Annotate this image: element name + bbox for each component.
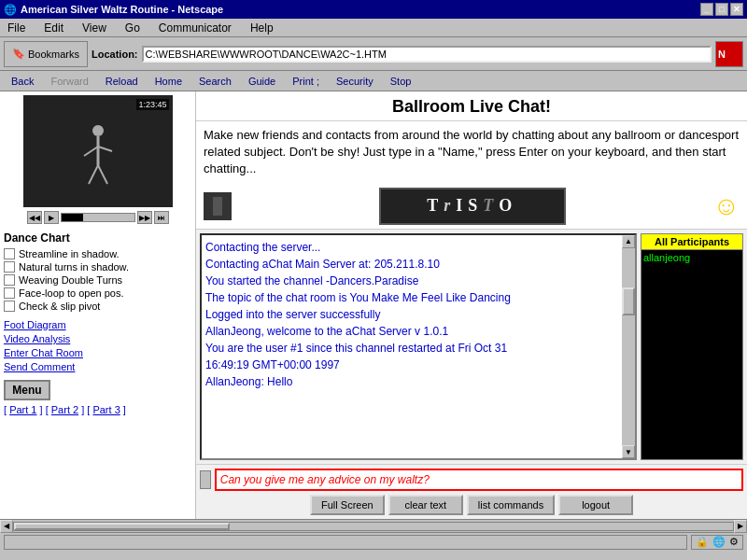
full-screen-button[interactable]: Full Screen [310, 495, 385, 515]
clear-text-button[interactable]: clear text [388, 495, 463, 515]
window-title: American Silver Waltz Routine - Netscape [21, 4, 223, 15]
guide-button[interactable]: Guide [241, 74, 283, 89]
stop-button[interactable]: Stop [383, 74, 419, 89]
scroll-left-arrow[interactable]: ◀ [0, 520, 13, 533]
participants-panel: All Participants allanjeong [641, 233, 743, 460]
svg-point-0 [92, 125, 104, 136]
video-play-button[interactable]: ▶ [44, 211, 59, 224]
chat-buttons: Full Screen clear text list commands log… [200, 495, 743, 515]
close-button[interactable]: ✕ [730, 3, 743, 16]
send-comment-link[interactable]: Send Comment [4, 361, 191, 372]
main-area: 1:23:45 ◀◀ ▶ ▶▶ ⏭ Da [0, 91, 747, 519]
messages-scrollbar[interactable]: ▲ ▼ [622, 235, 635, 458]
menu-view[interactable]: View [78, 20, 110, 36]
security-button[interactable]: Security [329, 74, 381, 89]
foot-diagram-link[interactable]: Foot Diagram [4, 319, 191, 330]
chat-area: Ballroom Live Chat! Make new friends and… [196, 91, 747, 519]
scroll-right-arrow[interactable]: ▶ [734, 520, 747, 533]
netscape-button[interactable]: N [715, 41, 743, 67]
enter-chat-room-link[interactable]: Enter Chat Room [4, 347, 191, 358]
reload-button[interactable]: Reload [98, 74, 146, 89]
video-controls: ◀◀ ▶ ▶▶ ⏭ [4, 211, 191, 224]
messages-panel: Contacting the server... Contacting aCha… [200, 233, 637, 460]
scrollbar-track[interactable] [622, 248, 635, 445]
svg-line-3 [98, 147, 112, 151]
video-timestamp: 1:23:45 [136, 99, 168, 110]
menu-file[interactable]: File [4, 20, 29, 36]
chat-message-1: Contacting the server... [205, 239, 618, 256]
home-button[interactable]: Home [148, 74, 190, 89]
dance-item-2: Natural turns in shadow. [4, 261, 191, 273]
dance-item-5: Check & slip pivot [4, 301, 191, 312]
forward-button[interactable]: Forward [43, 74, 95, 89]
logo-left-accent [204, 192, 232, 220]
tristo-logo-text: TrISTO [427, 196, 517, 216]
search-button[interactable]: Search [191, 74, 239, 89]
menu-communicator[interactable]: Communicator [155, 20, 235, 36]
scroll-up-arrow[interactable]: ▲ [622, 235, 635, 248]
chat-input-area: Full Screen clear text list commands log… [196, 464, 747, 519]
h-scrollbar-thumb[interactable] [14, 523, 230, 530]
menu-bar: File Edit View Go Communicator Help [0, 19, 747, 37]
nav-bar: Back Forward Reload Home Search Guide Pr… [0, 71, 747, 91]
chat-message-9: AllanJeong: Hello [205, 373, 618, 390]
chat-message-7: You are the user #1 since this channel r… [205, 340, 618, 357]
status-segment-main [4, 535, 687, 550]
video-forward-button[interactable]: ▶▶ [137, 211, 152, 224]
svg-line-4 [89, 165, 98, 184]
minimize-button[interactable]: _ [700, 3, 713, 16]
video-analysis-link[interactable]: Video Analysis [4, 333, 191, 344]
dance-item-1: Streamline in shadow. [4, 248, 191, 259]
scroll-down-arrow[interactable]: ▼ [622, 445, 635, 458]
part1-link[interactable]: Part 1 [9, 404, 36, 415]
video-progress[interactable] [61, 213, 135, 222]
svg-line-5 [98, 165, 107, 184]
dance-chart-title: Dance Chart [4, 231, 191, 245]
menu-go[interactable]: Go [121, 20, 144, 36]
video-progress-fill [62, 214, 83, 221]
checkbox-4[interactable] [4, 287, 15, 299]
logo-accent-bar [213, 197, 222, 216]
horizontal-scrollbar[interactable]: ◀ ▶ [0, 519, 747, 532]
chat-message-5: Logged into the server successfully [205, 306, 618, 323]
menu-box[interactable]: Menu [4, 380, 50, 400]
bookmarks-button[interactable]: 🔖 Bookmarks [4, 41, 88, 67]
chat-logo-area: TrISTO ☺ [196, 184, 747, 230]
print-button[interactable]: Print ; [285, 74, 327, 89]
checkbox-3[interactable] [4, 274, 15, 286]
chat-input[interactable] [215, 469, 743, 491]
app-icon: 🌐 [4, 4, 17, 16]
svg-line-2 [84, 147, 98, 156]
list-commands-button[interactable]: list commands [467, 495, 555, 515]
part3-link[interactable]: Part 3 [92, 404, 120, 415]
dance-item-4: Face-loop to open pos. [4, 287, 191, 299]
checkbox-1[interactable] [4, 248, 15, 259]
logout-button[interactable]: logout [558, 495, 633, 515]
participants-header: All Participants [641, 233, 743, 250]
video-thumbnail: 1:23:45 [23, 95, 173, 207]
dancer-icon [70, 123, 126, 198]
chat-intro: Make new friends and contacts from aroun… [196, 121, 747, 184]
video-end-button[interactable]: ⏭ [154, 211, 169, 224]
participant-1: allanjeong [643, 252, 740, 263]
chat-message-4: The topic of the chat room is You Make M… [205, 289, 618, 306]
maximize-button[interactable]: □ [715, 3, 728, 16]
chat-messages[interactable]: Contacting the server... Contacting aCha… [202, 235, 622, 458]
location-input[interactable] [142, 46, 712, 63]
scrollbar-thumb[interactable] [622, 287, 635, 315]
h-scrollbar-track[interactable] [13, 522, 734, 531]
menu-edit[interactable]: Edit [40, 20, 67, 36]
checkbox-5[interactable] [4, 301, 15, 312]
menu-help[interactable]: Help [247, 20, 277, 36]
chat-header: Ballroom Live Chat! [196, 91, 747, 121]
window-controls[interactable]: _ □ ✕ [700, 3, 743, 16]
chat-message-2: Contacting aChat Main Server at: 205.211… [205, 256, 618, 273]
part2-link[interactable]: Part 2 [51, 404, 78, 415]
checkbox-2[interactable] [4, 261, 15, 273]
back-button[interactable]: Back [4, 74, 41, 89]
smiley-icon: ☺ [712, 191, 740, 221]
video-rewind-button[interactable]: ◀◀ [27, 211, 42, 224]
security-status-icon: 🔒 [696, 536, 709, 548]
location-label: Location: [92, 49, 138, 60]
chat-body: Contacting the server... Contacting aCha… [196, 230, 747, 464]
